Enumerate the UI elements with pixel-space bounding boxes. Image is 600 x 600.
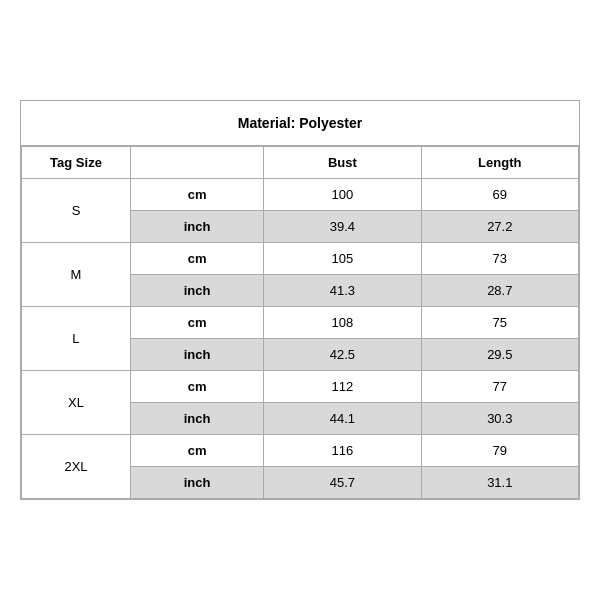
cm-length-value: 73 <box>421 243 578 275</box>
table-body: Scm10069inch39.427.2Mcm10573inch41.328.7… <box>22 179 579 499</box>
cm-length-value: 75 <box>421 307 578 339</box>
inch-length-value: 28.7 <box>421 275 578 307</box>
inch-length-value: 30.3 <box>421 403 578 435</box>
inch-unit-label: inch <box>130 403 263 435</box>
inch-bust-value: 39.4 <box>264 211 421 243</box>
inch-length-value: 31.1 <box>421 467 578 499</box>
size-name: 2XL <box>22 435 131 499</box>
cm-length-value: 69 <box>421 179 578 211</box>
cm-length-value: 77 <box>421 371 578 403</box>
cm-unit-label: cm <box>130 307 263 339</box>
cm-bust-value: 108 <box>264 307 421 339</box>
inch-unit-label: inch <box>130 275 263 307</box>
inch-bust-value: 44.1 <box>264 403 421 435</box>
size-cm-row: Scm10069 <box>22 179 579 211</box>
inch-bust-value: 45.7 <box>264 467 421 499</box>
size-name: L <box>22 307 131 371</box>
size-cm-row: XLcm11277 <box>22 371 579 403</box>
inch-bust-value: 41.3 <box>264 275 421 307</box>
size-name: M <box>22 243 131 307</box>
chart-title: Material: Polyester <box>21 101 579 146</box>
cm-bust-value: 105 <box>264 243 421 275</box>
cm-bust-value: 112 <box>264 371 421 403</box>
inch-unit-label: inch <box>130 339 263 371</box>
bust-header: Bust <box>264 147 421 179</box>
cm-bust-value: 116 <box>264 435 421 467</box>
cm-unit-label: cm <box>130 179 263 211</box>
header-row: Tag Size Bust Length <box>22 147 579 179</box>
size-cm-row: Lcm10875 <box>22 307 579 339</box>
length-header: Length <box>421 147 578 179</box>
inch-bust-value: 42.5 <box>264 339 421 371</box>
cm-unit-label: cm <box>130 243 263 275</box>
cm-bust-value: 100 <box>264 179 421 211</box>
inch-unit-label: inch <box>130 467 263 499</box>
cm-unit-label: cm <box>130 371 263 403</box>
size-name: XL <box>22 371 131 435</box>
cm-unit-label: cm <box>130 435 263 467</box>
size-table: Tag Size Bust Length Scm10069inch39.427.… <box>21 146 579 499</box>
unit-header <box>130 147 263 179</box>
size-cm-row: Mcm10573 <box>22 243 579 275</box>
tag-size-header: Tag Size <box>22 147 131 179</box>
inch-length-value: 27.2 <box>421 211 578 243</box>
inch-length-value: 29.5 <box>421 339 578 371</box>
size-name: S <box>22 179 131 243</box>
size-cm-row: 2XLcm11679 <box>22 435 579 467</box>
size-chart-container: Material: Polyester Tag Size Bust Length… <box>20 100 580 500</box>
cm-length-value: 79 <box>421 435 578 467</box>
inch-unit-label: inch <box>130 211 263 243</box>
